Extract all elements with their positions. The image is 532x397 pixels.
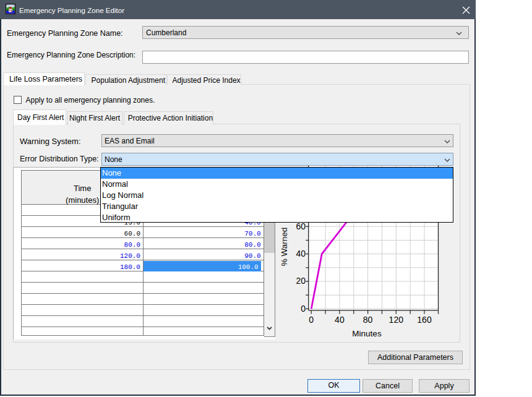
svg-text:Minutes: Minutes xyxy=(352,329,382,338)
svg-text:40: 40 xyxy=(335,315,345,325)
svg-text:0: 0 xyxy=(309,315,314,325)
svg-text:20: 20 xyxy=(296,276,306,286)
svg-text:40: 40 xyxy=(296,249,306,258)
svg-text:% Warned: % Warned xyxy=(280,228,289,267)
svg-text:0: 0 xyxy=(301,304,306,314)
svg-text:80: 80 xyxy=(363,315,373,325)
svg-text:120: 120 xyxy=(389,315,404,325)
svg-text:160: 160 xyxy=(417,315,432,325)
